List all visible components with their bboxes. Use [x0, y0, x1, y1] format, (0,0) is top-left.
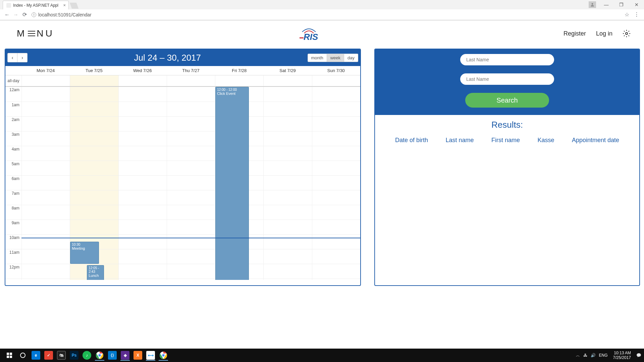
calendar-event[interactable]: 12:05 - 2:43Lunch [87, 265, 104, 280]
now-indicator [21, 238, 360, 238]
allday-cell[interactable] [167, 75, 215, 86]
logo[interactable]: RIS [54, 25, 564, 42]
calendar-scroll[interactable]: 12am1am2am3am4am5am6am7am8am9am10am11am1… [5, 87, 360, 280]
tab-favicon [6, 3, 11, 8]
tab-title: Index - My ASP.NET Appl [13, 3, 58, 8]
tray-time: 10:13 AM [613, 351, 631, 355]
day-header[interactable]: Fri 7/28 [215, 66, 263, 75]
search-panel: Search Results: Date of birth Last name … [374, 49, 640, 286]
day-column[interactable]: 10:30Meeting12:05 - 2:43Lunch [70, 87, 118, 280]
day-column[interactable] [167, 87, 215, 280]
close-tab-icon[interactable]: × [63, 3, 66, 8]
taskbar-app-vscode[interactable]: ⟨⟩ [106, 350, 118, 361]
day-header[interactable]: Tue 7/25 [70, 66, 118, 75]
tray-network-icon[interactable]: 🖧 [583, 353, 587, 358]
svg-point-0 [592, 3, 593, 5]
calendar-event[interactable]: 12:00 - 12:00Click Event [215, 87, 249, 280]
allday-cell[interactable] [312, 75, 360, 86]
day-header[interactable]: Sat 7/29 [263, 66, 312, 75]
tray-clock[interactable]: 10:13 AM 7/25/2017 [611, 351, 633, 360]
menu-button[interactable]: M NU [17, 28, 54, 39]
day-header[interactable]: Wed 7/26 [118, 66, 167, 75]
view-month-button[interactable]: month [308, 54, 327, 62]
menu-letter-m: M [17, 28, 26, 39]
day-column[interactable]: 12:00 - 12:00Click Event [215, 87, 263, 280]
hour-label: 10am [5, 234, 21, 249]
taskbar-app-visualstudio[interactable]: ◈ [119, 350, 131, 361]
calendar-panel: ‹ › Jul 24 – 30, 2017 month week day Mon… [5, 49, 361, 286]
forward-button[interactable]: → [11, 10, 20, 19]
allday-cell[interactable] [118, 75, 167, 86]
day-column[interactable] [118, 87, 167, 280]
taskbar-app-spotify[interactable]: ♪ [81, 350, 93, 361]
allday-cell[interactable] [21, 75, 70, 86]
svg-point-2 [626, 33, 628, 35]
taskbar-app-todoist[interactable]: ✓ [43, 350, 55, 361]
prev-week-button[interactable]: ‹ [7, 53, 17, 62]
next-week-button[interactable]: › [17, 53, 28, 62]
start-button[interactable] [3, 349, 16, 362]
allday-cell[interactable] [70, 75, 118, 86]
day-column[interactable] [312, 87, 360, 280]
cortana-icon[interactable] [16, 349, 30, 362]
day-header[interactable]: Sun 7/30 [312, 66, 360, 75]
register-link[interactable]: Register [564, 30, 586, 37]
col-appointment-date[interactable]: Appointment date [572, 137, 619, 144]
user-icon[interactable] [589, 1, 596, 8]
taskbar: e ✓ 🛍 Ps ♪ ⟨⟩ ◈ X ⟷ ︿ 🖧 🔊 ENG 10:13 AM 7… [0, 349, 644, 362]
address-bar[interactable]: i localhost:51091/Calendar [29, 12, 625, 17]
hour-label: 1am [5, 102, 21, 116]
lastname-input-2[interactable] [460, 73, 554, 85]
taskbar-app-edge[interactable]: e [30, 350, 42, 361]
taskbar-app-teamviewer[interactable]: ⟷ [145, 350, 157, 361]
view-week-button[interactable]: week [327, 54, 344, 62]
minimize-button[interactable]: — [599, 0, 614, 9]
reload-button[interactable]: ⟳ [20, 10, 29, 19]
col-last-name[interactable]: Last name [445, 137, 474, 144]
col-date-of-birth[interactable]: Date of birth [395, 137, 428, 144]
allday-cell[interactable] [263, 75, 312, 86]
taskbar-app-chrome[interactable] [94, 350, 106, 361]
close-window-button[interactable]: ✕ [629, 0, 644, 9]
maximize-button[interactable]: ❐ [614, 0, 629, 9]
gear-icon[interactable] [623, 29, 631, 38]
col-kasse[interactable]: Kasse [537, 137, 554, 144]
browser-tab[interactable]: Index - My ASP.NET Appl × [3, 1, 69, 9]
tray-language[interactable]: ENG [599, 353, 608, 358]
login-link[interactable]: Log in [596, 30, 612, 37]
hour-label: 12am [5, 87, 21, 102]
col-first-name[interactable]: First name [491, 137, 520, 144]
taskbar-app-store[interactable]: 🛍 [55, 350, 67, 361]
search-button[interactable]: Search [465, 93, 549, 108]
hour-label: 3am [5, 131, 21, 146]
site-info-icon[interactable]: i [32, 12, 36, 17]
tray-notifications-icon[interactable]: 💬 [636, 353, 641, 358]
day-header[interactable]: Thu 7/27 [167, 66, 215, 75]
menu-icon[interactable]: ⋮ [634, 11, 639, 18]
day-column[interactable] [21, 87, 70, 280]
url-text: localhost:51091/Calendar [38, 12, 92, 17]
hour-label: 4am [5, 146, 21, 161]
taskbar-app-photoshop[interactable]: Ps [68, 350, 80, 361]
svg-rect-3 [7, 353, 9, 355]
lastname-input-1[interactable] [460, 54, 554, 65]
hour-label: 6am [5, 175, 21, 190]
svg-point-10 [98, 354, 101, 357]
svg-point-7 [20, 353, 25, 358]
hour-label: 1pm [5, 279, 21, 280]
taskbar-app-xampp[interactable]: X [132, 350, 144, 361]
calendar-event[interactable]: 10:30Meeting [70, 242, 99, 264]
menu-letter-nu: NU [37, 28, 54, 39]
taskbar-app-chrome-2[interactable] [157, 350, 169, 361]
day-column[interactable] [263, 87, 312, 280]
day-header[interactable]: Mon 7/24 [21, 66, 70, 75]
new-tab-button[interactable] [70, 3, 79, 9]
tray-volume-icon[interactable]: 🔊 [591, 353, 596, 358]
view-day-button[interactable]: day [344, 54, 358, 62]
hour-label: 7am [5, 190, 21, 205]
svg-rect-6 [10, 356, 12, 358]
tray-chevron-icon[interactable]: ︿ [576, 353, 580, 358]
allday-cell[interactable] [215, 75, 263, 86]
bookmark-icon[interactable]: ☆ [625, 11, 629, 18]
back-button[interactable]: ← [3, 10, 11, 19]
